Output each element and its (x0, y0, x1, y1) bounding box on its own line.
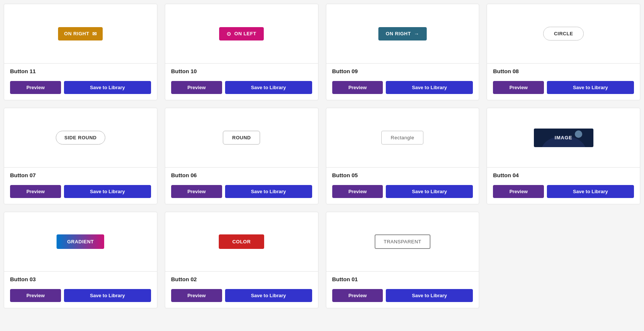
preview-button-btn06[interactable]: Preview (171, 185, 222, 198)
card-actions-btn11: Preview Save to Library (4, 81, 157, 100)
demo-label-btn11: ON RIGHT (64, 31, 89, 36)
card-actions-btn05: Preview Save to Library (326, 185, 479, 204)
preview-area-btn06: ROUND (165, 108, 318, 168)
save-button-btn03[interactable]: Save to Library (64, 289, 151, 302)
card-title-btn07: Button 07 (10, 172, 151, 178)
card-info-btn05: Button 05 (326, 168, 479, 185)
card-info-btn04: Button 04 (487, 168, 640, 185)
card-title-btn05: Button 05 (332, 172, 473, 178)
card-title-btn11: Button 11 (10, 68, 151, 74)
card-actions-btn03: Preview Save to Library (4, 289, 157, 308)
demo-button-btn09: ON RIGHT (378, 27, 427, 40)
card-btn10: ⊙ ON LEFT Button 10 Preview Save to Libr… (165, 4, 318, 100)
demo-label-btn07: SIDE ROUND (64, 135, 97, 140)
card-btn03: GRADIENT Button 03 Preview Save to Libra… (4, 212, 157, 308)
card-info-btn09: Button 09 (326, 64, 479, 81)
preview-area-btn07: SIDE ROUND (4, 108, 157, 168)
card-title-btn04: Button 04 (493, 172, 634, 178)
demo-label-btn01: TRANSPARENT (384, 239, 421, 244)
preview-area-btn09: ON RIGHT (326, 4, 479, 64)
demo-label-btn05: Rectangle (391, 135, 414, 140)
save-button-btn09[interactable]: Save to Library (386, 81, 473, 94)
card-btn07: SIDE ROUND Button 07 Preview Save to Lib… (4, 108, 157, 204)
card-info-btn08: Button 08 (487, 64, 640, 81)
save-button-btn06[interactable]: Save to Library (225, 185, 312, 198)
demo-label-btn04: IMAGE (555, 135, 573, 140)
demo-label-btn03: GRADIENT (67, 239, 94, 244)
demo-button-btn06: ROUND (223, 131, 260, 145)
save-button-btn08[interactable]: Save to Library (547, 81, 634, 94)
demo-button-btn01: TRANSPARENT (375, 234, 430, 249)
save-button-btn04[interactable]: Save to Library (547, 185, 634, 198)
card-actions-btn06: Preview Save to Library (165, 185, 318, 204)
envelope-icon (92, 31, 97, 37)
card-actions-btn01: Preview Save to Library (326, 289, 479, 308)
preview-button-btn01[interactable]: Preview (332, 289, 383, 302)
preview-button-btn11[interactable]: Preview (10, 81, 61, 94)
preview-area-btn04: IMAGE (487, 108, 640, 168)
demo-button-btn02: COLOR (219, 234, 264, 249)
preview-button-btn05[interactable]: Preview (332, 185, 383, 198)
preview-area-btn05: Rectangle (326, 108, 479, 168)
preview-button-btn08[interactable]: Preview (493, 81, 544, 94)
preview-area-btn02: COLOR (165, 212, 318, 272)
card-info-btn03: Button 03 (4, 272, 157, 289)
card-title-btn02: Button 02 (171, 276, 312, 282)
demo-button-btn08: CIRCLE (543, 27, 584, 40)
card-btn01: TRANSPARENT Button 01 Preview Save to Li… (326, 212, 480, 308)
card-info-btn06: Button 06 (165, 168, 318, 185)
save-button-btn02[interactable]: Save to Library (225, 289, 312, 302)
play-icon: ⊙ (227, 31, 231, 37)
card-btn04: IMAGE Button 04 Preview Save to Library (487, 108, 640, 204)
demo-button-btn11: ON RIGHT (58, 27, 103, 40)
card-title-btn09: Button 09 (332, 68, 473, 74)
demo-label-btn08: CIRCLE (554, 31, 573, 36)
card-actions-btn10: Preview Save to Library (165, 81, 318, 100)
preview-button-btn03[interactable]: Preview (10, 289, 61, 302)
preview-button-btn02[interactable]: Preview (171, 289, 222, 302)
save-button-btn11[interactable]: Save to Library (64, 81, 151, 94)
card-btn05: Rectangle Button 05 Preview Save to Libr… (326, 108, 480, 204)
card-btn08: CIRCLE Button 08 Preview Save to Library (487, 4, 640, 100)
save-button-btn05[interactable]: Save to Library (386, 185, 473, 198)
demo-button-btn07: SIDE ROUND (56, 131, 105, 145)
preview-area-btn03: GRADIENT (4, 212, 157, 272)
preview-area-btn10: ⊙ ON LEFT (165, 4, 318, 64)
card-btn02: COLOR Button 02 Preview Save to Library (165, 212, 318, 308)
preview-button-btn04[interactable]: Preview (493, 185, 544, 198)
demo-label-btn02: COLOR (232, 239, 250, 244)
demo-button-btn10: ⊙ ON LEFT (219, 27, 264, 40)
save-button-btn10[interactable]: Save to Library (225, 81, 312, 94)
preview-area-btn01: TRANSPARENT (326, 212, 479, 272)
preview-area-btn08: CIRCLE (487, 4, 640, 64)
image-button-bg: IMAGE (534, 129, 593, 147)
card-info-btn11: Button 11 (4, 64, 157, 81)
preview-button-btn07[interactable]: Preview (10, 185, 61, 198)
card-actions-btn08: Preview Save to Library (487, 81, 640, 100)
card-title-btn08: Button 08 (493, 68, 634, 74)
demo-button-btn05: Rectangle (381, 131, 423, 145)
card-info-btn01: Button 01 (326, 272, 479, 289)
preview-area-btn11: ON RIGHT (4, 4, 157, 64)
card-title-btn01: Button 01 (332, 276, 473, 282)
save-button-btn07[interactable]: Save to Library (64, 185, 151, 198)
card-btn09: ON RIGHT Button 09 Preview Save to Libra… (326, 4, 480, 100)
card-title-btn06: Button 06 (171, 172, 312, 178)
preview-button-btn10[interactable]: Preview (171, 81, 222, 94)
card-actions-btn04: Preview Save to Library (487, 185, 640, 204)
demo-button-btn04: IMAGE (534, 129, 593, 147)
arrow-icon (414, 31, 419, 37)
card-actions-btn07: Preview Save to Library (4, 185, 157, 204)
demo-label-btn06: ROUND (232, 135, 251, 140)
preview-button-btn09[interactable]: Preview (332, 81, 383, 94)
card-info-btn10: Button 10 (165, 64, 318, 81)
demo-label-btn09: ON RIGHT (386, 31, 411, 36)
card-btn06: ROUND Button 06 Preview Save to Library (165, 108, 318, 204)
card-actions-btn09: Preview Save to Library (326, 81, 479, 100)
save-button-btn01[interactable]: Save to Library (386, 289, 473, 302)
card-actions-btn02: Preview Save to Library (165, 289, 318, 308)
demo-label-btn10: ON LEFT (234, 31, 256, 36)
card-info-btn07: Button 07 (4, 168, 157, 185)
card-title-btn10: Button 10 (171, 68, 312, 74)
card-info-btn02: Button 02 (165, 272, 318, 289)
